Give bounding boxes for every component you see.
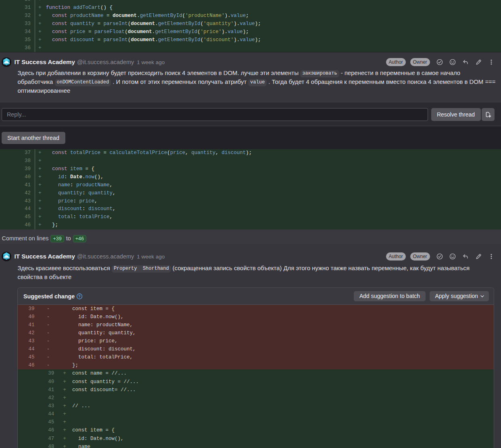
svg-text:IT SUCCESS: IT SUCCESS	[3, 257, 10, 259]
svg-text:IT SUCCESS: IT SUCCESS	[3, 63, 10, 65]
svg-text:?: ?	[78, 294, 81, 298]
